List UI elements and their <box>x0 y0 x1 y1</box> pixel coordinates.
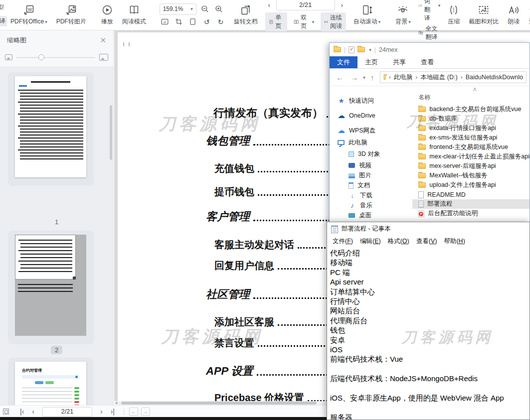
thumbnail-size-slider[interactable] <box>16 57 95 58</box>
thumbnail-page-3[interactable]: 合约对管理 <box>8 358 94 405</box>
new-folder-icon[interactable] <box>357 47 365 52</box>
sort-ascending-icon[interactable]: ᐱ <box>473 87 476 92</box>
sidebar-item-desktop[interactable]: 桌面 <box>330 210 412 221</box>
file-row[interactable]: 部署流程 <box>412 199 530 209</box>
actual-size-button[interactable]: 11 <box>160 17 171 27</box>
edge-label-bottom: 译 <box>0 16 7 26</box>
file-row[interactable]: README.MD <box>412 190 530 199</box>
sidebar-item-music[interactable]: 音乐 <box>330 200 412 210</box>
ribbon-tab-view[interactable]: 查看 <box>413 56 441 68</box>
explorer-titlebar[interactable]: | ▾ | 24mex <box>330 43 530 56</box>
pdf-to-office-button[interactable]: W PDF转Office▾ <box>6 0 52 30</box>
ribbon-tab-share[interactable]: 共享 <box>385 56 413 68</box>
ribbon-tab-file[interactable]: 文件 <box>330 56 357 68</box>
file-row[interactable]: db-数据库 <box>412 114 530 124</box>
sidebar-item-video[interactable]: 视频 <box>330 160 412 170</box>
column-header-name[interactable]: 名称 <box>412 89 530 105</box>
breadcrumb-separator: › <box>415 74 417 81</box>
sidebar-item-picture[interactable]: 图片 <box>330 170 412 181</box>
thumbnail-page-1[interactable] <box>8 72 94 186</box>
zoom-in-button[interactable] <box>213 4 224 14</box>
thumbnail-page-2[interactable] <box>8 231 94 344</box>
file-row[interactable]: 后台配置功能说明 <box>412 209 530 218</box>
next-page-icon[interactable]: › <box>338 0 346 9</box>
zoom-select[interactable]: 159.1% ▾ <box>160 3 196 15</box>
crop-button[interactable] <box>174 17 184 27</box>
sidebar-item-label: 视频 <box>359 161 371 170</box>
menu-item[interactable]: 文件(F) <box>329 236 356 247</box>
sidebar-item-cloud2[interactable]: WPS网盘 <box>330 124 412 138</box>
read-mode-button[interactable]: 阅读模式 <box>118 0 151 30</box>
read-aloud-button[interactable]: 朗读 <box>503 0 524 30</box>
menu-item[interactable]: 格式(O) <box>384 236 413 247</box>
back-icon[interactable]: ← <box>333 73 347 82</box>
page-indicator-input[interactable]: 2/21 <box>276 0 335 10</box>
rotate-doc-button[interactable]: 旋转文档 <box>229 0 262 30</box>
statusbar-page-input[interactable]: 2/21 <box>42 407 92 417</box>
notepad-titlebar[interactable]: 部署流程 - 记事本 <box>327 222 530 236</box>
play-button[interactable]: 播放 <box>97 0 118 30</box>
rotate-right-icon[interactable]: ↻ <box>215 17 226 27</box>
pdf-to-image-button[interactable]: PDF转图片 <box>52 0 91 30</box>
slider-thumb[interactable] <box>38 54 44 60</box>
thumbnail-2-viewport[interactable] <box>15 235 76 280</box>
first-page-button[interactable]: |‹ <box>16 408 28 416</box>
play-icon <box>101 4 113 16</box>
double-page-button[interactable]: 双页 ▾ <box>290 12 318 31</box>
file-row[interactable]: mex-clear-计划任务止盈止损服务api <box>412 152 530 161</box>
file-row[interactable]: exdata-行情接口服务api <box>412 124 530 133</box>
folder-icon <box>418 173 426 178</box>
prev-page-button[interactable]: ‹ <box>28 408 38 416</box>
continuous-read-button[interactable]: 连续阅读 <box>321 12 346 31</box>
compress-button[interactable]: 压缩 <box>443 0 464 30</box>
forward-icon[interactable]: → <box>347 73 361 82</box>
properties-check-icon[interactable] <box>349 46 354 53</box>
breadcrumb-item[interactable]: BaiduNetdiskDownlo <box>466 74 523 81</box>
word-translate-button[interactable]: a中 划词翻译 ▾ <box>418 0 441 22</box>
up-icon[interactable]: ↑ <box>367 73 378 82</box>
menu-item[interactable]: 编辑(E) <box>356 236 384 247</box>
file-row[interactable]: ex-sms-发送短信服务api <box>412 133 530 142</box>
screenshot-compare-button[interactable]: 截图和对比 <box>464 0 503 30</box>
sidebar-item-cube[interactable]: 3D 对象 <box>330 147 412 160</box>
sidebar-scrollbar[interactable] <box>110 105 112 160</box>
prev-view-button[interactable]: ← <box>129 408 138 416</box>
sidebar-item-document[interactable]: 文档 <box>330 181 412 190</box>
horizontal-scroll-thumb[interactable] <box>121 402 317 405</box>
history-caret-icon[interactable]: ▾ <box>361 75 367 80</box>
next-view-button[interactable]: → <box>141 408 150 416</box>
background-button[interactable]: 背景▾ <box>391 0 415 30</box>
auto-scroll-button[interactable]: 自动滚动▾ <box>349 0 385 30</box>
sidebar-item-star[interactable]: 快速访问 <box>330 94 412 108</box>
next-page-button[interactable]: › <box>96 408 107 416</box>
menu-item[interactable]: 帮助(H) <box>440 236 468 247</box>
viewport-resize-handle[interactable] <box>73 277 76 280</box>
scroll-left-icon[interactable]: ◂ <box>115 401 117 405</box>
horizontal-scrollbar[interactable]: ◂ <box>114 401 329 405</box>
address-bar[interactable]: › 此电脑›本地磁盘 (D:)›BaiduNetdiskDownlo <box>380 71 527 83</box>
prev-page-icon[interactable]: ‹ <box>265 0 273 9</box>
breadcrumb-item[interactable]: 此电脑 <box>394 73 413 82</box>
close-icon[interactable]: ✕ <box>100 36 106 45</box>
zoom-out-button[interactable] <box>199 4 210 14</box>
sidebar-item-computer[interactable]: 此电脑 <box>330 138 412 147</box>
sidebar-item-download[interactable]: 下载 <box>330 190 412 200</box>
quick-access-caret-icon[interactable]: ▾ <box>369 47 371 52</box>
breadcrumb-item[interactable]: 本地磁盘 (D:) <box>420 73 457 82</box>
sidebar-item-cloud[interactable]: OneDrive <box>330 108 412 124</box>
file-row[interactable]: mex-server-后端服务api <box>412 161 530 171</box>
file-row[interactable]: frontend-主交易前端系统vue <box>412 142 530 152</box>
ribbon-tab-home[interactable]: 主页 <box>357 56 385 68</box>
file-row[interactable]: MexWallet--钱包服务 <box>412 171 530 180</box>
page-layout-icon[interactable] <box>3 409 9 415</box>
find-button[interactable]: 查找 <box>524 0 530 30</box>
menu-item[interactable]: 查看(V) <box>413 236 441 247</box>
notepad-text-area[interactable]: 代码介绍移动端PC 端Api server订单结算中心行情中心网站后台代理商后台… <box>327 247 530 420</box>
file-row[interactable]: upload-文件上传服务api <box>412 180 530 190</box>
last-page-button[interactable]: ›| <box>107 408 119 416</box>
single-page-button[interactable]: 单页 <box>265 12 287 31</box>
full-translate-button[interactable]: 全文翻译 <box>418 24 441 41</box>
file-row[interactable]: backend-主交易后台前端系统vue <box>412 105 530 114</box>
rotate-left-icon[interactable]: ↺ <box>201 17 212 27</box>
fit-page-button[interactable] <box>187 17 198 27</box>
